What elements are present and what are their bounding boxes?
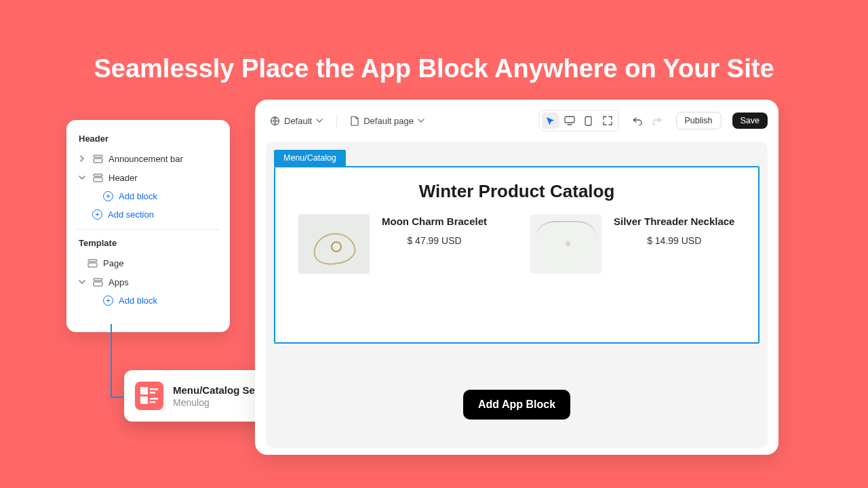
chevron-down-icon (77, 174, 87, 181)
page-selector[interactable]: Default page (347, 113, 429, 129)
inspector-mode[interactable] (542, 113, 559, 129)
svg-rect-1 (94, 159, 102, 163)
product-image (298, 214, 370, 274)
add-app-block-button[interactable]: Add App Block (463, 390, 570, 420)
catalog-heading: Winter Product Catalog (293, 181, 741, 202)
editor-topbar: Default Default page (266, 109, 768, 132)
section-icon (87, 258, 98, 268)
save-button[interactable]: Save (732, 113, 768, 129)
product-name: Moon Charm Bracelet (382, 216, 487, 227)
add-section-label: Add section (108, 209, 154, 220)
publish-button[interactable]: Publish (676, 112, 722, 129)
layer-label: Header (108, 173, 219, 183)
page-label: Default page (363, 116, 414, 126)
connector-line (111, 396, 125, 398)
selected-region[interactable]: Menu/Catalog Winter Product Catalog Moon… (274, 166, 760, 344)
device-preview-toggle (539, 110, 619, 131)
section-icon (92, 153, 103, 164)
product-image (530, 214, 601, 274)
add-section-link[interactable]: + Add section (73, 205, 223, 224)
plus-circle-icon: + (92, 209, 102, 220)
layer-header[interactable]: Header (73, 168, 223, 187)
svg-rect-7 (94, 282, 102, 286)
menulog-app-icon (135, 382, 163, 410)
plus-circle-icon: + (103, 296, 113, 306)
add-block-label: Add block (119, 296, 157, 306)
chevron-down-icon (77, 279, 87, 285)
region-tab[interactable]: Menu/Catalog (274, 150, 346, 166)
svg-rect-10 (585, 117, 591, 125)
page-icon (351, 116, 359, 126)
svg-rect-9 (565, 117, 574, 123)
hero-title: Seamlessly Place the App Block Anywhere … (0, 54, 868, 83)
globe-icon (270, 116, 280, 126)
divider (76, 229, 220, 230)
add-block-link-apps[interactable]: + Add block (73, 291, 223, 310)
layer-page[interactable]: Page (73, 253, 223, 272)
svg-rect-2 (94, 174, 102, 176)
mobile-preview[interactable] (580, 113, 597, 129)
preset-label: Default (284, 116, 312, 126)
preview-canvas: Menu/Catalog Winter Product Catalog Moon… (266, 142, 768, 448)
chevron-down-icon (418, 117, 425, 124)
svg-rect-6 (94, 279, 102, 281)
product-price: $ 14.99 USD (614, 235, 734, 246)
section-icon (92, 277, 103, 287)
product-name: Silver Threader Necklace (614, 216, 734, 227)
add-block-link[interactable]: + Add block (73, 187, 223, 205)
section-icon (92, 172, 103, 183)
add-block-label: Add block (119, 191, 157, 201)
preset-selector[interactable]: Default (266, 113, 327, 129)
redo-button[interactable] (649, 113, 665, 129)
separator (336, 114, 337, 127)
desktop-preview[interactable] (561, 113, 578, 129)
connector-line (111, 324, 112, 396)
section-label-header: Header (73, 131, 223, 149)
fullscreen-preview[interactable] (599, 113, 616, 129)
layer-apps[interactable]: Apps (73, 272, 223, 291)
theme-editor: Default Default page (255, 100, 778, 455)
product-card[interactable]: Moon Charm Bracelet $ 47.99 USD (298, 214, 503, 274)
layer-announcement-bar[interactable]: Announcement bar (73, 149, 223, 168)
chevron-right-icon (77, 155, 87, 162)
svg-rect-0 (94, 155, 102, 157)
svg-rect-5 (88, 263, 97, 267)
layer-label: Apps (108, 277, 219, 287)
svg-rect-3 (94, 178, 102, 182)
chevron-down-icon (316, 117, 323, 124)
drop-zone: Add App Block (274, 357, 760, 452)
product-card[interactable]: Silver Threader Necklace $ 14.99 USD (530, 214, 735, 274)
svg-rect-4 (88, 260, 97, 262)
layer-label: Announcement bar (108, 154, 219, 164)
product-price: $ 47.99 USD (382, 235, 487, 246)
layer-label: Page (103, 258, 219, 268)
undo-button[interactable] (630, 113, 646, 129)
plus-circle-icon: + (103, 191, 113, 201)
layers-panel: Header Announcement bar Header + Add blo… (66, 120, 230, 332)
section-label-template: Template (73, 235, 223, 253)
